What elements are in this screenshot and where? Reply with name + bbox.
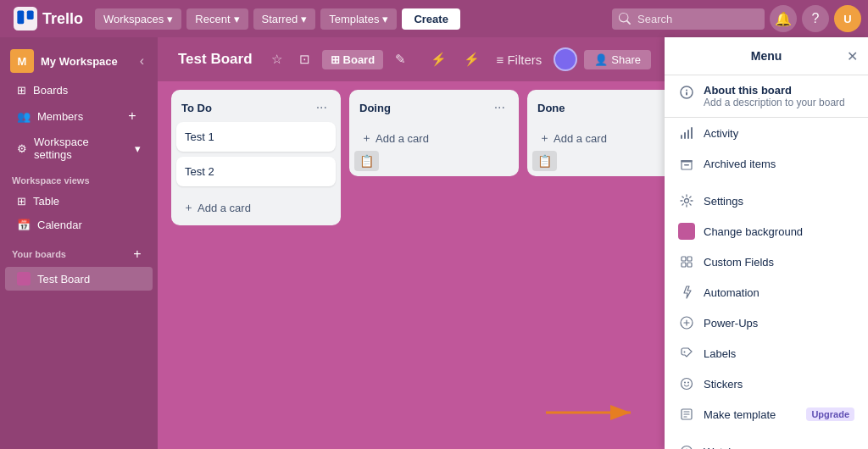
svg-rect-6 bbox=[681, 135, 682, 139]
star-icon: ☆ bbox=[271, 52, 282, 66]
star-button[interactable]: ☆ bbox=[266, 48, 287, 70]
sidebar-item-test-board[interactable]: Test Board bbox=[5, 267, 153, 291]
help-icon: ? bbox=[812, 11, 820, 26]
svg-point-4 bbox=[686, 90, 687, 91]
template-icon: 📋 bbox=[537, 154, 552, 168]
search-input[interactable] bbox=[612, 8, 765, 30]
sidebar-workspace-header: M My Workspace ‹ bbox=[0, 44, 158, 78]
notification-bell-button[interactable]: 🔔 bbox=[770, 5, 797, 32]
share-icon: 👤 bbox=[594, 53, 608, 66]
trello-logo[interactable]: Trello bbox=[7, 3, 90, 34]
menu-item-custom-fields[interactable]: Custom Fields bbox=[665, 247, 868, 277]
templates-button[interactable]: Templates ▾ bbox=[320, 8, 397, 30]
add-board-button[interactable]: + bbox=[129, 246, 146, 263]
menu-item-labels[interactable]: Labels bbox=[665, 338, 868, 369]
add-card-todo-button[interactable]: ＋ Add a card bbox=[176, 195, 336, 220]
automation-button[interactable]: ⚡ bbox=[459, 48, 485, 70]
create-card-done-button[interactable]: 📋 bbox=[532, 151, 557, 171]
sidebar-boards-label: Boards bbox=[33, 84, 68, 97]
svg-rect-11 bbox=[684, 164, 689, 166]
sidebar-item-settings[interactable]: ⚙ Workspace settings ▾ bbox=[5, 130, 153, 166]
menu-item-change-background[interactable]: Change background bbox=[665, 216, 868, 247]
add-card-label: Add a card bbox=[376, 132, 429, 145]
board-title[interactable]: Test Board bbox=[171, 47, 259, 71]
workspaces-button[interactable]: Workspaces ▾ bbox=[95, 8, 181, 30]
activity-label: Activity bbox=[704, 127, 854, 140]
recent-button[interactable]: Recent ▾ bbox=[186, 8, 248, 30]
power-button[interactable]: ⚡ bbox=[426, 48, 452, 70]
list-done-title: Done bbox=[537, 102, 565, 114]
menu-about-section: About this board Add a description to yo… bbox=[665, 75, 868, 118]
menu-item-automation[interactable]: Automation bbox=[665, 277, 868, 308]
members-icon: 👥 bbox=[17, 110, 31, 123]
menu-close-button[interactable]: ✕ bbox=[847, 48, 858, 64]
create-card-doing-button[interactable]: 📋 bbox=[354, 151, 379, 171]
sidebar-settings-label: Workspace settings bbox=[34, 136, 128, 161]
about-board-item[interactable]: About this board Add a description to yo… bbox=[678, 84, 854, 108]
sidebar-collapse-button[interactable]: ‹ bbox=[136, 52, 147, 70]
menu-item-settings[interactable]: Settings bbox=[665, 186, 868, 216]
list-done-footer: ＋ Add a card 📋 bbox=[527, 122, 665, 176]
user-avatar[interactable]: U bbox=[834, 5, 861, 32]
workspace-icon: M bbox=[10, 49, 34, 73]
svg-point-12 bbox=[685, 199, 689, 203]
menu-item-stickers[interactable]: Stickers bbox=[665, 369, 868, 399]
change-background-label: Change background bbox=[704, 225, 854, 238]
sticker-icon bbox=[678, 375, 695, 392]
visibility-icon: ⊡ bbox=[299, 52, 310, 66]
create-button[interactable]: Create bbox=[402, 8, 459, 30]
add-member-button[interactable]: + bbox=[124, 108, 141, 125]
menu-item-watch[interactable]: Watch bbox=[665, 436, 868, 449]
sidebar-members-label: Members bbox=[37, 110, 83, 123]
share-button[interactable]: 👤 Share bbox=[584, 50, 651, 69]
card-test2[interactable]: Test 2 bbox=[176, 157, 336, 186]
card-test1[interactable]: Test 1 bbox=[176, 122, 336, 152]
list-todo-menu-button[interactable]: ··· bbox=[313, 98, 331, 117]
menu-item-powerups[interactable]: Power-Ups bbox=[665, 308, 868, 338]
sidebar-item-calendar[interactable]: 📅 Calendar bbox=[5, 213, 153, 236]
svg-rect-5 bbox=[686, 92, 687, 96]
starred-button[interactable]: Starred ▾ bbox=[253, 8, 316, 30]
workspace-name: My Workspace bbox=[41, 55, 118, 68]
lists-area: To Do ··· Test 1 Test 2 ＋ Add a card D bbox=[158, 81, 665, 449]
help-button[interactable]: ? bbox=[802, 5, 829, 32]
svg-rect-16 bbox=[687, 263, 692, 267]
boards-icon: ⊞ bbox=[17, 84, 26, 97]
calendar-icon: 📅 bbox=[17, 219, 31, 231]
svg-rect-14 bbox=[687, 257, 692, 261]
menu-item-archived[interactable]: Archived items bbox=[665, 148, 868, 179]
svg-rect-0 bbox=[14, 7, 37, 30]
filter-button[interactable]: ≡ Filters bbox=[492, 49, 548, 70]
board-tab-icon: ⊞ bbox=[331, 53, 340, 66]
upgrade-badge[interactable]: Upgrade bbox=[806, 407, 854, 421]
sidebar-item-members[interactable]: 👥 Members + bbox=[5, 103, 153, 130]
labels-label: Labels bbox=[704, 347, 854, 360]
sidebar-item-boards[interactable]: ⊞ Boards bbox=[5, 79, 153, 102]
add-card-doing-button[interactable]: ＋ Add a card bbox=[354, 125, 514, 151]
board-tab-label: Board bbox=[343, 53, 376, 66]
info-icon bbox=[678, 84, 695, 101]
board-area: Test Board ☆ ⊡ ⊞ Board ✎ ⚡ ⚡ ≡ bbox=[158, 37, 665, 449]
svg-rect-2 bbox=[27, 10, 34, 19]
add-card-done-button[interactable]: ＋ Add a card bbox=[532, 125, 665, 151]
menu-item-activity[interactable]: Activity bbox=[665, 118, 868, 148]
powerup-icon bbox=[678, 314, 695, 331]
add-card-label: Add a card bbox=[554, 132, 607, 145]
sidebar-item-table[interactable]: ⊞ Table bbox=[5, 190, 153, 213]
trello-wordmark: Trello bbox=[42, 10, 83, 28]
workspace-info[interactable]: M My Workspace bbox=[10, 49, 130, 73]
board-tab-button[interactable]: ⊞ Board bbox=[322, 50, 384, 69]
list-doing-title: Doing bbox=[359, 102, 391, 114]
visibility-button[interactable]: ⊡ bbox=[294, 48, 315, 70]
list-todo-cards: Test 1 Test 2 bbox=[171, 122, 341, 186]
menu-item-make-template[interactable]: Make template Upgrade bbox=[665, 399, 868, 430]
lightning-icon: ⚡ bbox=[464, 52, 480, 66]
svg-rect-1 bbox=[17, 10, 24, 24]
settings-label: Settings bbox=[704, 195, 854, 208]
board-member-avatar[interactable] bbox=[554, 47, 577, 71]
watch-label: Watch bbox=[704, 446, 854, 450]
list-doing-menu-button[interactable]: ··· bbox=[491, 98, 509, 117]
customize-button[interactable]: ✎ bbox=[390, 48, 411, 70]
board-name: Test Board bbox=[37, 273, 90, 285]
powerups-label: Power-Ups bbox=[704, 317, 854, 330]
